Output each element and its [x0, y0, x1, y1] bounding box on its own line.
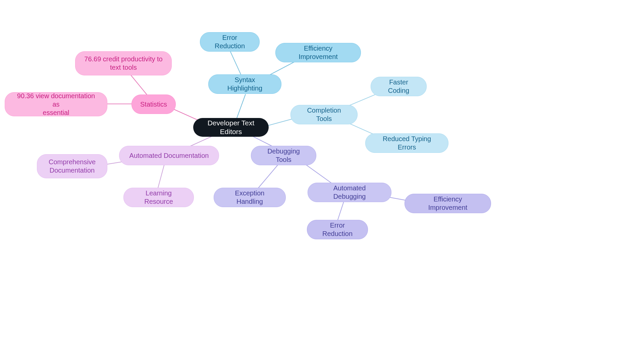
node-label: Completion Tools [300, 106, 348, 123]
node-learning-resource[interactable]: Learning Resource [123, 188, 194, 207]
node-label: 76.69 credit productivity to text tools [84, 55, 162, 72]
node-label: Automated Documentation [129, 152, 209, 160]
node-label: Efficiency Improvement [414, 195, 482, 212]
node-statistics[interactable]: Statistics [131, 95, 176, 114]
node-label: Error Reduction [209, 34, 251, 50]
svg-line-15 [131, 75, 148, 96]
node-syntax-highlighting[interactable]: Syntax Highlighting [208, 74, 281, 94]
mindmap-canvas: Developer Text Editors Syntax Highlighti… [0, 0, 644, 363]
node-efficiency-improvement-syntax[interactable]: Efficiency Improvement [275, 43, 361, 62]
node-automated-documentation[interactable]: Automated Documentation [119, 146, 219, 165]
node-label: Comprehensive Documentation [49, 158, 96, 175]
node-error-reduction-debug[interactable]: Error Reduction [307, 220, 368, 239]
node-faster-coding[interactable]: Faster Coding [371, 77, 427, 96]
svg-line-9 [337, 200, 344, 222]
node-label: Syntax Highlighting [217, 76, 272, 93]
node-label: 90.36 view documentation as essential [14, 92, 98, 117]
node-comprehensive-documentation[interactable]: Comprehensive Documentation [37, 154, 107, 178]
node-exception-handling[interactable]: Exception Handling [214, 188, 286, 207]
root-node[interactable]: Developer Text Editors [193, 118, 269, 137]
node-reduced-typing-errors[interactable]: Reduced Typing Errors [365, 133, 448, 153]
node-efficiency-improvement-debug[interactable]: Efficiency Improvement [405, 194, 491, 213]
node-label: Reduced Typing Errors [374, 135, 439, 152]
node-debugging-tools[interactable]: Debugging Tools [251, 146, 316, 165]
svg-line-13 [157, 164, 164, 190]
node-stat-essential[interactable]: 90.36 view documentation as essential [5, 92, 107, 116]
node-label: Faster Coding [380, 78, 418, 95]
node-automated-debugging[interactable]: Automated Debugging [308, 183, 391, 202]
node-error-reduction[interactable]: Error Reduction [200, 32, 260, 52]
svg-line-1 [230, 51, 241, 74]
node-label: Error Reduction [316, 221, 359, 238]
root-label: Developer Text Editors [202, 119, 260, 136]
svg-line-7 [256, 164, 278, 190]
node-completion-tools[interactable]: Completion Tools [290, 105, 358, 124]
node-label: Debugging Tools [260, 147, 307, 164]
node-label: Exception Handling [223, 189, 277, 206]
node-label: Learning Resource [132, 189, 185, 206]
node-stat-productivity[interactable]: 76.69 credit productivity to text tools [75, 51, 172, 75]
node-label: Automated Debugging [317, 184, 382, 201]
node-label: Efficiency Improvement [284, 44, 352, 61]
node-label: Statistics [140, 100, 167, 109]
